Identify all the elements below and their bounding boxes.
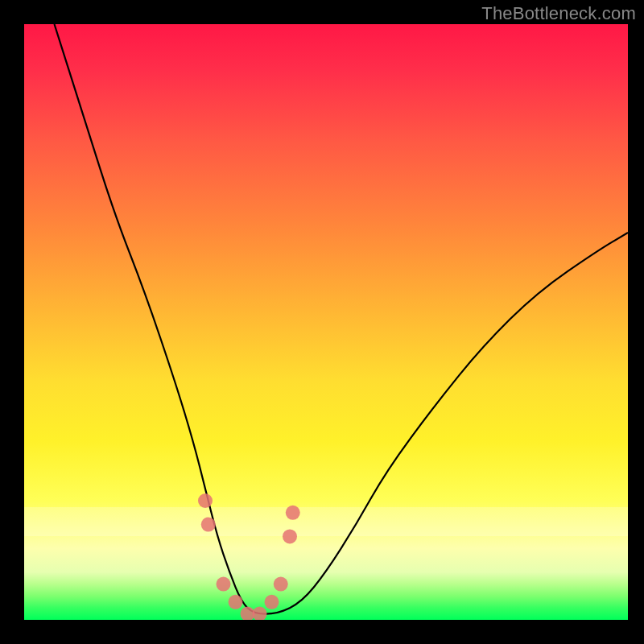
valley-dot <box>283 529 297 543</box>
valley-dot <box>198 493 213 508</box>
valley-dot <box>229 595 243 609</box>
valley-dot <box>286 506 300 520</box>
chart-svg <box>24 24 628 620</box>
plot-area <box>24 24 628 620</box>
valley-dot <box>217 577 231 592</box>
valley-dot <box>201 518 216 532</box>
valley-dot <box>265 595 279 609</box>
valley-dot <box>274 577 288 592</box>
watermark-text: TheBottleneck.com <box>481 3 636 24</box>
valley-dots-group <box>198 493 300 620</box>
bottleneck-curve <box>55 24 629 614</box>
valley-dot <box>253 607 267 620</box>
